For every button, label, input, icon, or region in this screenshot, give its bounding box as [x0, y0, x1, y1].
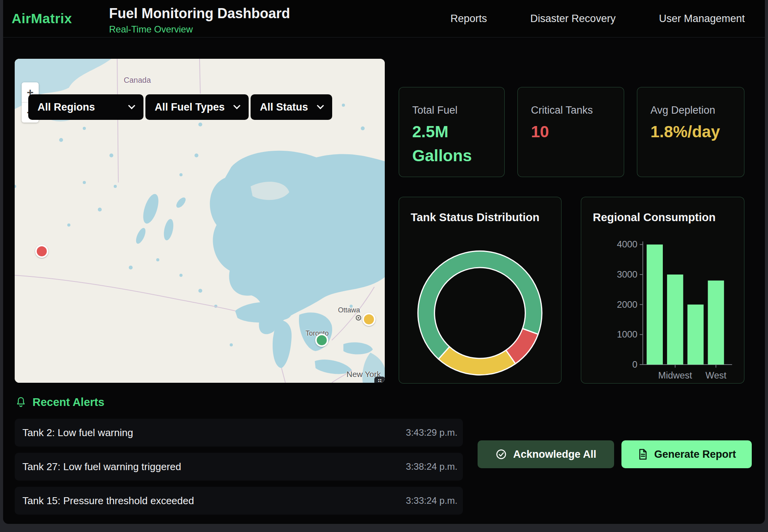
tank-marker-warning[interactable] [362, 313, 375, 326]
tank-marker-normal[interactable] [315, 334, 328, 347]
map-label-ottawa: Ottawa [338, 306, 360, 314]
regional-consumption-card: Regional Consumption 01000200030004000Mi… [581, 197, 744, 384]
document-icon [637, 448, 648, 460]
grip-dots-icon: ⠿ [377, 379, 382, 383]
fuel-type-filter-dropdown[interactable]: All Fuel Types [145, 94, 249, 120]
page-subtitle: Real-Time Overview [109, 24, 290, 35]
donut-segment-warning [439, 347, 515, 375]
y-tick-label: 3000 [617, 269, 637, 280]
bar-chart: 01000200030004000MidwestWest [581, 197, 744, 383]
map-panel[interactable]: Canada Ottawa Toronto New York + − All R… [15, 59, 385, 383]
acknowledge-all-label: Acknowledge All [513, 448, 596, 460]
status-filter-dropdown[interactable]: All Status [251, 94, 332, 120]
nav-reports[interactable]: Reports [451, 13, 487, 25]
chevron-down-icon [233, 102, 240, 109]
stat-card-avg-depletion: Avg Depletion 1.8%/day [637, 87, 744, 177]
y-tick-label: 2000 [617, 299, 637, 310]
stat-label: Avg Depletion [650, 104, 715, 116]
donut-chart [399, 197, 561, 383]
alert-text: Tank 27: Low fuel warning triggered [22, 461, 181, 473]
stat-label: Critical Tanks [531, 104, 593, 116]
generate-report-label: Generate Report [654, 448, 736, 460]
main-nav: Reports Disaster Recovery User Managemen… [451, 0, 745, 38]
alert-time: 3:43:29 p.m. [406, 427, 457, 438]
bar-region-2 [688, 305, 704, 365]
bar-region-1 [667, 275, 683, 365]
nav-user-management[interactable]: User Management [659, 13, 745, 25]
alert-row[interactable]: Tank 2: Low fuel warning 3:43:29 p.m. [15, 419, 463, 447]
status-filter-value: All Status [260, 101, 308, 113]
stat-value: 10 [531, 120, 612, 144]
y-tick-label: 0 [632, 359, 637, 370]
bar-region-0 [647, 244, 663, 365]
alert-text: Tank 15: Pressure threshold exceeded [22, 495, 194, 507]
map-label-canada: Canada [124, 76, 151, 85]
header: AirMatrix Fuel Monitoring Dashboard Real… [3, 0, 765, 38]
alert-row[interactable]: Tank 15: Pressure threshold exceeded 3:3… [15, 487, 463, 515]
y-tick-label: 1000 [617, 329, 637, 339]
stat-value: 2.5M Gallons [412, 120, 493, 168]
map-filters: All Regions All Fuel Types All Status [28, 94, 332, 120]
chevron-down-icon [317, 102, 324, 109]
alert-row[interactable]: Tank 27: Low fuel warning triggered 3:38… [15, 453, 463, 481]
stat-card-critical-tanks: Critical Tanks 10 [517, 87, 624, 177]
acknowledge-all-button[interactable]: Acknowledge All [478, 440, 614, 468]
bar-region-3 [708, 281, 724, 365]
alerts-header: Recent Alerts [15, 396, 104, 409]
check-circle-icon [495, 448, 507, 460]
title-block: Fuel Monitoring Dashboard Real-Time Over… [109, 5, 290, 35]
tank-status-card: Tank Status Distribution [399, 197, 561, 384]
region-filter-value: All Regions [38, 101, 95, 113]
stat-value: 1.8%/day [650, 120, 732, 144]
stat-label: Total Fuel [412, 104, 457, 116]
region-filter-dropdown[interactable]: All Regions [28, 94, 143, 120]
alerts-title: Recent Alerts [32, 396, 104, 409]
alert-time: 3:38:24 p.m. [406, 461, 457, 472]
page-title: Fuel Monitoring Dashboard [109, 5, 290, 22]
fuel-type-filter-value: All Fuel Types [155, 101, 225, 113]
tank-marker-critical[interactable] [35, 245, 48, 258]
generate-report-button[interactable]: Generate Report [621, 440, 752, 468]
nav-disaster-recovery[interactable]: Disaster Recovery [530, 13, 616, 25]
alert-text: Tank 2: Low fuel warning [22, 427, 133, 439]
chevron-down-icon [128, 102, 135, 109]
app-window: AirMatrix Fuel Monitoring Dashboard Real… [3, 0, 765, 524]
y-tick-label: 4000 [617, 239, 637, 249]
x-tick-label: Midwest [658, 370, 692, 380]
brand-logo: AirMatrix [12, 11, 72, 26]
alert-time: 3:33:24 p.m. [406, 495, 457, 506]
x-tick-label: West [705, 370, 726, 380]
bell-icon [15, 397, 26, 408]
map-resize-handle[interactable]: ⠿ [374, 377, 385, 383]
stat-card-total-fuel: Total Fuel 2.5M Gallons [399, 87, 505, 177]
